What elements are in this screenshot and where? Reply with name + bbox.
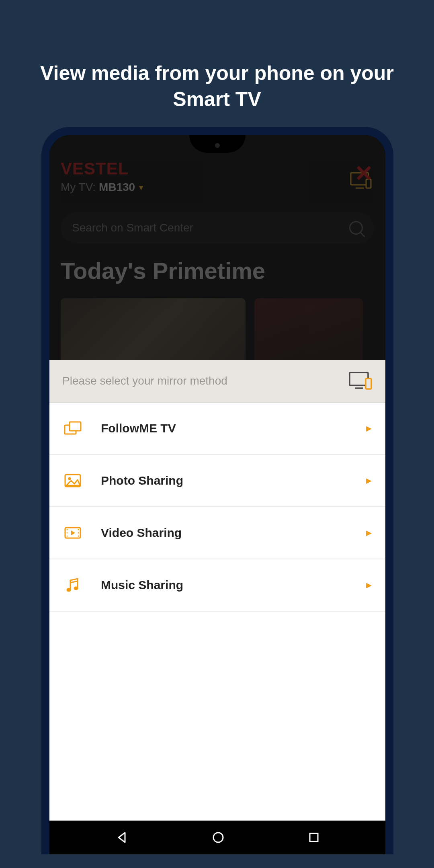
sheet-header: Please select your mirror method xyxy=(49,360,385,403)
svg-point-12 xyxy=(67,532,68,534)
option-label: FollowME TV xyxy=(101,422,176,435)
chevron-right-icon: ▶ xyxy=(366,528,372,537)
phone-camera xyxy=(215,143,220,148)
sheet-title: Please select your mirror method xyxy=(62,375,227,387)
mirror-option-followme[interactable]: FollowME TV ▶ xyxy=(49,403,385,455)
chevron-down-icon: ▼ xyxy=(137,184,145,192)
search-icon xyxy=(349,221,363,235)
photo-icon xyxy=(63,471,82,490)
svg-rect-22 xyxy=(310,833,318,841)
nav-recent-button[interactable] xyxy=(308,832,319,843)
option-label: Photo Sharing xyxy=(101,474,183,487)
mirror-option-music[interactable]: Music Sharing ▶ xyxy=(49,559,385,612)
screens-icon xyxy=(63,419,82,438)
tv-label-prefix: My TV: xyxy=(61,181,99,193)
svg-point-13 xyxy=(67,536,68,537)
mirror-option-video[interactable]: Video Sharing ▶ xyxy=(49,507,385,559)
svg-point-16 xyxy=(78,536,79,537)
option-label: Video Sharing xyxy=(101,526,182,540)
tv-name: MB130 xyxy=(99,181,135,193)
search-placeholder: Search on Smart Center xyxy=(72,221,193,234)
svg-point-18 xyxy=(67,588,71,592)
svg-point-11 xyxy=(67,529,68,530)
phone-frame: VESTEL My TV: MB130▼ ✕ Search on Smart C… xyxy=(41,127,393,854)
android-nav-bar xyxy=(49,821,385,854)
nav-back-button[interactable] xyxy=(115,831,128,844)
chevron-right-icon: ▶ xyxy=(366,476,372,485)
promo-headline: View media from your phone on your Smart… xyxy=(0,0,434,113)
svg-rect-7 xyxy=(70,422,81,431)
svg-point-19 xyxy=(74,587,78,590)
svg-point-14 xyxy=(78,529,79,530)
mirror-method-sheet: Please select your mirror method xyxy=(49,360,385,821)
chevron-right-icon: ▶ xyxy=(366,424,372,433)
brand-logo: VESTEL xyxy=(61,159,374,178)
svg-line-20 xyxy=(70,581,78,583)
phone-screen-bezel: VESTEL My TV: MB130▼ ✕ Search on Smart C… xyxy=(49,135,385,854)
option-label: Music Sharing xyxy=(101,578,183,592)
search-input[interactable]: Search on Smart Center xyxy=(61,212,374,244)
chevron-right-icon: ▶ xyxy=(366,581,372,590)
svg-point-21 xyxy=(213,833,223,842)
nav-home-button[interactable] xyxy=(212,831,225,844)
svg-point-9 xyxy=(68,477,71,480)
tv-selector[interactable]: My TV: MB130▼ xyxy=(61,181,374,194)
section-title: Today's Primetime xyxy=(61,258,374,284)
sheet-list: FollowME TV ▶ Photo Sharing ▶ xyxy=(49,403,385,821)
svg-point-15 xyxy=(78,532,79,534)
video-icon xyxy=(63,523,82,542)
music-icon xyxy=(63,575,82,595)
mirror-option-photo[interactable]: Photo Sharing ▶ xyxy=(49,455,385,507)
screen: VESTEL My TV: MB130▼ ✕ Search on Smart C… xyxy=(49,135,385,854)
svg-rect-5 xyxy=(366,379,371,389)
close-icon[interactable]: ✕ xyxy=(354,162,373,185)
cast-icon xyxy=(348,371,373,391)
